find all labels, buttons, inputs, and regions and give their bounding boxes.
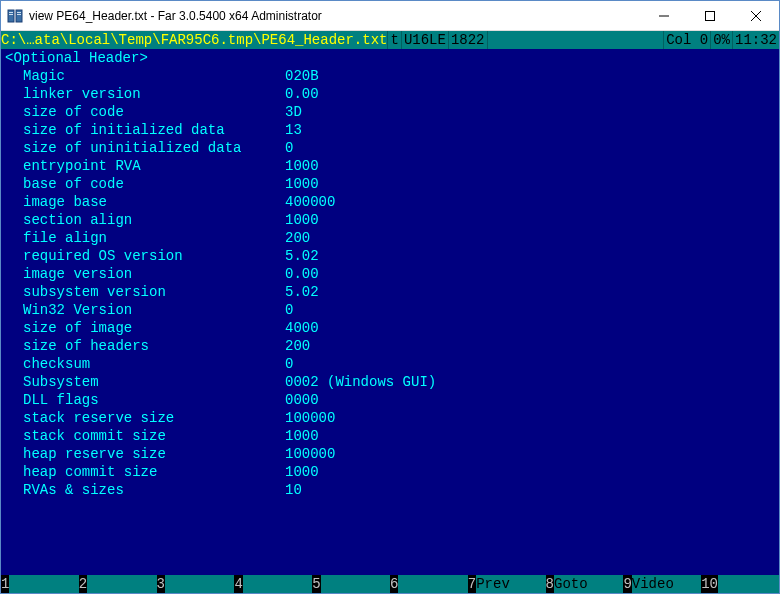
keybar-slot-f2[interactable]: 2 bbox=[79, 575, 157, 593]
field-value: 400000 bbox=[285, 193, 335, 211]
terminal-area: C:\…ata\Local\Temp\FAR95C6.tmp\PE64_Head… bbox=[1, 31, 779, 593]
keybar-num: 10 bbox=[701, 575, 718, 593]
keybar-label bbox=[243, 575, 312, 593]
field-row: stack reserve size100000 bbox=[5, 409, 775, 427]
field-value: 1000 bbox=[285, 463, 319, 481]
field-key: linker version bbox=[5, 85, 285, 103]
field-value: 1000 bbox=[285, 157, 319, 175]
svg-rect-0 bbox=[8, 10, 14, 22]
field-key: image base bbox=[5, 193, 285, 211]
field-row: heap reserve size100000 bbox=[5, 445, 775, 463]
field-key: size of headers bbox=[5, 337, 285, 355]
field-value: 0 bbox=[285, 301, 293, 319]
keybar-num: 9 bbox=[623, 575, 631, 593]
keybar-slot-f5[interactable]: 5 bbox=[312, 575, 390, 593]
field-value: 200 bbox=[285, 337, 310, 355]
field-key: base of code bbox=[5, 175, 285, 193]
field-row: file align200 bbox=[5, 229, 775, 247]
keybar-label: Goto bbox=[554, 575, 623, 593]
field-value: 1000 bbox=[285, 175, 319, 193]
keybar-num: 7 bbox=[468, 575, 476, 593]
field-row: Subsystem0002 (Windows GUI) bbox=[5, 373, 775, 391]
field-key: Subsystem bbox=[5, 373, 285, 391]
field-key: DLL flags bbox=[5, 391, 285, 409]
svg-rect-5 bbox=[17, 14, 21, 15]
field-key: Magic bbox=[5, 67, 285, 85]
field-row: Win32 Version0 bbox=[5, 301, 775, 319]
status-path: C:\…ata\Local\Temp\FAR95C6.tmp\PE64_Head… bbox=[1, 31, 387, 49]
viewer-content[interactable]: <Optional Header> Magic020Blinker versio… bbox=[1, 49, 779, 575]
app-window: view PE64_Header.txt - Far 3.0.5400 x64 … bbox=[0, 0, 780, 594]
field-key: required OS version bbox=[5, 247, 285, 265]
status-percent: 0% bbox=[710, 31, 732, 49]
field-row: heap commit size1000 bbox=[5, 463, 775, 481]
field-row: required OS version5.02 bbox=[5, 247, 775, 265]
keybar-label bbox=[87, 575, 156, 593]
field-row: size of image4000 bbox=[5, 319, 775, 337]
keybar-num: 1 bbox=[1, 575, 9, 593]
keybar-label bbox=[718, 575, 779, 593]
viewer-statusbar: C:\…ata\Local\Temp\FAR95C6.tmp\PE64_Head… bbox=[1, 31, 779, 49]
field-value: 200 bbox=[285, 229, 310, 247]
keybar-num: 2 bbox=[79, 575, 87, 593]
field-key: size of initialized data bbox=[5, 121, 285, 139]
maximize-button[interactable] bbox=[687, 1, 733, 30]
keybar-slot-f6[interactable]: 6 bbox=[390, 575, 468, 593]
field-key: size of uninitialized data bbox=[5, 139, 285, 157]
app-icon bbox=[7, 8, 23, 24]
status-time: 11:32 bbox=[732, 31, 779, 49]
keybar-label bbox=[9, 575, 78, 593]
keybar: 1 2 3 4 5 6 7Prev 8Goto 9Video10 bbox=[1, 575, 779, 593]
keybar-slot-f9[interactable]: 9Video bbox=[623, 575, 701, 593]
field-key: image version bbox=[5, 265, 285, 283]
keybar-slot-f7[interactable]: 7Prev bbox=[468, 575, 546, 593]
keybar-label bbox=[321, 575, 390, 593]
field-key: checksum bbox=[5, 355, 285, 373]
keybar-num: 4 bbox=[234, 575, 242, 593]
field-key: heap commit size bbox=[5, 463, 285, 481]
field-value: 0 bbox=[285, 355, 293, 373]
svg-rect-3 bbox=[9, 14, 13, 15]
keybar-slot-f3[interactable]: 3 bbox=[157, 575, 235, 593]
keybar-num: 5 bbox=[312, 575, 320, 593]
svg-rect-7 bbox=[706, 11, 715, 20]
field-value: 0.00 bbox=[285, 265, 319, 283]
field-row: RVAs & sizes10 bbox=[5, 481, 775, 499]
field-key: stack reserve size bbox=[5, 409, 285, 427]
section-header: <Optional Header> bbox=[5, 49, 775, 67]
field-key: size of code bbox=[5, 103, 285, 121]
field-row: section align1000 bbox=[5, 211, 775, 229]
keybar-label bbox=[398, 575, 467, 593]
keybar-num: 6 bbox=[390, 575, 398, 593]
window-title: view PE64_Header.txt - Far 3.0.5400 x64 … bbox=[29, 9, 641, 23]
minimize-button[interactable] bbox=[641, 1, 687, 30]
close-button[interactable] bbox=[733, 1, 779, 30]
field-row: image version0.00 bbox=[5, 265, 775, 283]
keybar-slot-f1[interactable]: 1 bbox=[1, 575, 79, 593]
field-value: 100000 bbox=[285, 445, 335, 463]
keybar-slot-f4[interactable]: 4 bbox=[234, 575, 312, 593]
field-row: base of code1000 bbox=[5, 175, 775, 193]
svg-rect-2 bbox=[9, 12, 13, 13]
field-value: 13 bbox=[285, 121, 302, 139]
field-value: 1000 bbox=[285, 427, 319, 445]
field-value: 0000 bbox=[285, 391, 319, 409]
svg-rect-1 bbox=[16, 10, 22, 22]
field-value: 10 bbox=[285, 481, 302, 499]
field-row: DLL flags0000 bbox=[5, 391, 775, 409]
field-row: image base400000 bbox=[5, 193, 775, 211]
field-value: 020B bbox=[285, 67, 319, 85]
keybar-slot-f10[interactable]: 10 bbox=[701, 575, 779, 593]
titlebar[interactable]: view PE64_Header.txt - Far 3.0.5400 x64 … bbox=[1, 1, 779, 31]
field-row: size of initialized data13 bbox=[5, 121, 775, 139]
svg-rect-4 bbox=[17, 12, 21, 13]
field-value: 0002 (Windows GUI) bbox=[285, 373, 436, 391]
keybar-slot-f8[interactable]: 8Goto bbox=[546, 575, 624, 593]
status-fill bbox=[487, 31, 664, 49]
keybar-num: 8 bbox=[546, 575, 554, 593]
field-value: 4000 bbox=[285, 319, 319, 337]
field-row: size of code3D bbox=[5, 103, 775, 121]
field-key: section align bbox=[5, 211, 285, 229]
field-key: stack commit size bbox=[5, 427, 285, 445]
keybar-label: Video bbox=[632, 575, 701, 593]
